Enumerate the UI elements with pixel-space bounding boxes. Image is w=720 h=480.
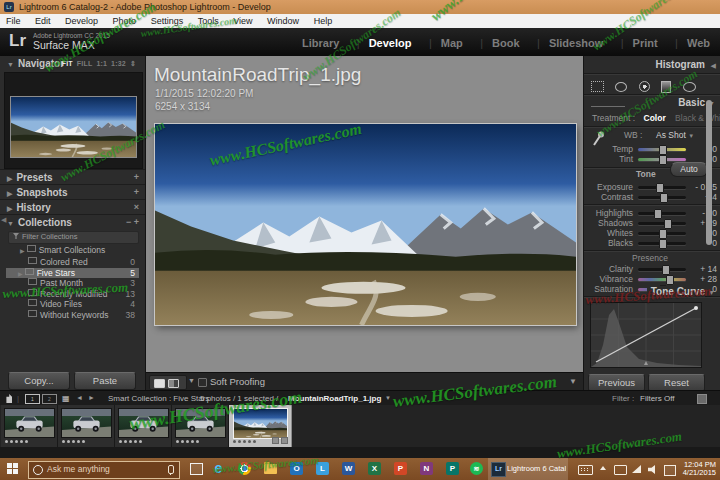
zoom-fill-option[interactable]: FILL: [77, 60, 93, 67]
spot-removal-tool-icon[interactable]: [615, 82, 627, 92]
radial-filter-tool-icon[interactable]: [683, 82, 696, 92]
menu-photo[interactable]: Photo: [107, 14, 143, 28]
zoom-fit-option[interactable]: FIT: [62, 60, 73, 67]
zoom-1-1-option[interactable]: 1:1: [96, 60, 107, 67]
treatment-bw-option[interactable]: Black & White: [675, 113, 720, 123]
grid-view-icon[interactable]: ▦: [62, 394, 70, 403]
module-book[interactable]: Book: [469, 29, 521, 57]
display-icon[interactable]: [614, 465, 627, 475]
adjustment-brush-tool-icon[interactable]: [591, 106, 625, 107]
slider-track[interactable]: [638, 212, 686, 215]
menu-help[interactable]: Help: [308, 14, 339, 28]
slider-thumb[interactable]: [659, 239, 667, 249]
slider-track[interactable]: [638, 278, 686, 281]
lightroom-taskbar-button[interactable]: Lr Lightroom 6 Catalog...: [488, 458, 568, 480]
filmstrip-thumb-4[interactable]: [172, 405, 229, 447]
publisher-icon[interactable]: P: [446, 462, 459, 475]
graduated-filter-tool-icon[interactable]: [661, 81, 671, 93]
photo[interactable]: [155, 124, 576, 325]
window-titlebar[interactable]: Lr Lightroom 6 Catalog-2 - Adobe Photosh…: [0, 0, 720, 14]
filmstrip-source[interactable]: Smart Collection : Five Stars: [108, 394, 209, 403]
filter-collections-input[interactable]: Filter Collections: [8, 231, 139, 244]
filmstrip-thumb-1[interactable]: [1, 405, 58, 447]
tone-curve-panel-header[interactable]: Tone Curve: [647, 286, 705, 297]
show-hidden-icons[interactable]: [600, 466, 606, 470]
slider-highlights[interactable]: Highlights - 20: [589, 208, 703, 218]
add-collection-icon[interactable]: − +: [126, 215, 139, 230]
red-eye-tool-icon[interactable]: [639, 81, 650, 92]
next-photo-icon[interactable]: ►: [88, 394, 95, 401]
outlook-icon[interactable]: O: [290, 462, 303, 475]
slider-thumb[interactable]: [659, 155, 667, 165]
network-signal-icon[interactable]: [632, 465, 641, 473]
menu-tools[interactable]: Tools: [192, 14, 225, 28]
star-rating[interactable]: [119, 440, 142, 443]
slider-exposure[interactable]: Exposure - 0.45: [589, 182, 703, 192]
clear-history-icon[interactable]: ×: [134, 200, 139, 215]
collection-row-recently-modified[interactable]: Recently Modified 13: [6, 289, 139, 300]
toolbar-options-caret-icon[interactable]: ▼: [569, 377, 577, 386]
wb-value[interactable]: As Shot ▼: [656, 130, 694, 140]
paste-button[interactable]: Paste: [74, 372, 136, 390]
navigator-panel-header[interactable]: ▼Navigator FITFILL1:11:32⇕: [0, 56, 145, 71]
onenote-icon[interactable]: N: [420, 462, 433, 475]
module-print[interactable]: Print: [610, 29, 660, 57]
add-preset-icon[interactable]: +: [134, 170, 139, 185]
crop-tool-icon[interactable]: [591, 81, 604, 92]
slider-blacks[interactable]: Blacks 0: [589, 238, 703, 248]
menu-window[interactable]: Window: [261, 14, 305, 28]
basic-panel-header[interactable]: Basic: [678, 97, 705, 108]
collections-panel-header[interactable]: ▼Collections − +: [0, 214, 145, 230]
snapshots-panel-header[interactable]: ▶Snapshots +: [0, 184, 145, 200]
task-view-button[interactable]: [190, 463, 203, 475]
loupe-view-icon[interactable]: [154, 379, 165, 388]
collapse-left-panel-icon[interactable]: ◀: [1, 216, 6, 224]
zoom-ratio-option[interactable]: 1:32: [111, 60, 126, 67]
slider-contrast[interactable]: Contrast + 4: [589, 192, 703, 202]
slider-track[interactable]: [638, 186, 686, 189]
word-icon[interactable]: W: [342, 462, 355, 475]
module-map[interactable]: Map: [418, 29, 465, 57]
slider-vibrance[interactable]: Vibrance + 28: [589, 274, 703, 284]
auto-tone-button[interactable]: Auto: [670, 162, 708, 177]
module-library[interactable]: Library: [300, 29, 341, 57]
navigator-preview[interactable]: [4, 72, 143, 169]
slider-track[interactable]: [638, 242, 686, 245]
treatment-color-option[interactable]: Color: [644, 113, 666, 123]
speaker-icon[interactable]: [648, 465, 658, 474]
slider-track[interactable]: [638, 232, 686, 235]
menu-edit[interactable]: Edit: [29, 14, 57, 28]
collection-row-video-files[interactable]: Video Files 4: [6, 299, 139, 310]
second-window-icon[interactable]: 2: [42, 394, 57, 404]
spotify-icon[interactable]: ≋: [470, 462, 483, 475]
histogram-collapse-icon[interactable]: ◀: [711, 62, 716, 70]
file-explorer-icon[interactable]: [264, 464, 277, 474]
module-develop[interactable]: Develop: [346, 29, 414, 57]
collection-row-colored-red[interactable]: Colored Red 0: [6, 257, 139, 268]
star-rating[interactable]: [233, 440, 256, 443]
slider-track[interactable]: [638, 268, 686, 271]
slider-temp[interactable]: Temp 0: [589, 144, 703, 154]
powerpoint-icon[interactable]: P: [394, 462, 407, 475]
star-rating[interactable]: [62, 440, 85, 443]
copy-button[interactable]: Copy...: [8, 372, 70, 390]
collection-row-without-keywords[interactable]: Without Keywords 38: [6, 310, 139, 321]
filmstrip-thumb-5-selected[interactable]: [229, 405, 292, 447]
painter-icon[interactable]: [5, 394, 12, 403]
lync-icon[interactable]: L: [316, 462, 329, 475]
history-panel-header[interactable]: ▶History ×: [0, 199, 145, 215]
previous-photo-icon[interactable]: ◄: [76, 394, 83, 401]
tone-curve-collapse-icon[interactable]: ▼: [708, 289, 715, 296]
smart-collections-group[interactable]: ▶Smart Collections: [14, 245, 139, 256]
excel-icon[interactable]: X: [368, 462, 381, 475]
microphone-icon[interactable]: [168, 465, 174, 474]
slider-shadows[interactable]: Shadows + 19: [589, 218, 703, 228]
soft-proofing-checkbox[interactable]: [198, 378, 207, 387]
filter-lock-icon[interactable]: [697, 394, 707, 404]
histogram-panel-header[interactable]: Histogram: [656, 59, 705, 70]
touch-keyboard-icon[interactable]: [578, 465, 593, 475]
menu-file[interactable]: File: [0, 14, 27, 28]
add-snapshot-icon[interactable]: +: [134, 185, 139, 200]
zoom-swap-icon[interactable]: ⇕: [130, 60, 136, 67]
menu-settings[interactable]: Settings: [145, 14, 190, 28]
